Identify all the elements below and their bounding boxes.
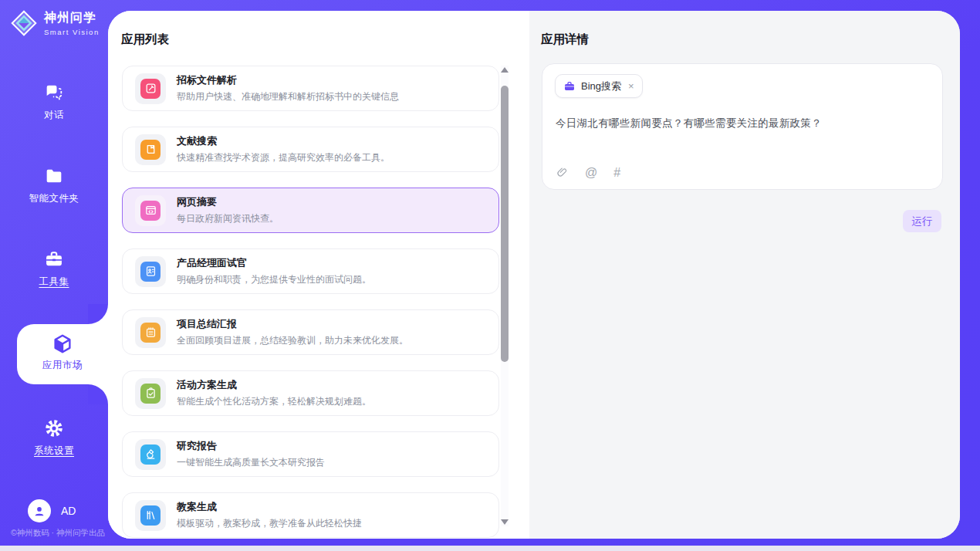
document-pen-icon [144,82,157,95]
app-description: 帮助用户快速、准确地理解和解析招标书中的关键信息 [177,90,399,103]
app-card-research-report[interactable]: 研究报告 一键智能生成高质量长文本研究报告 [122,431,499,477]
folder-icon [43,165,65,187]
sidebar-item-label: 系统设置 [0,445,108,458]
microscope-icon [144,448,157,461]
app-name: 产品经理面试官 [177,256,371,270]
tool-chip-label: Bing搜索 [581,79,621,93]
app-description: 明确身份和职责，为您提供专业性的面试问题。 [177,273,371,286]
app-card-literature-search[interactable]: 文献搜索 快速精准查找学术资源，提高研究效率的必备工具。 [122,127,499,172]
sidebar-item-smart-folders[interactable]: 智能文件夹 [0,165,108,205]
app-description: 每日政府新闻资讯快查。 [177,212,279,225]
sidebar-item-settings[interactable]: 系统设置 [0,417,108,458]
avatar [28,499,51,522]
app-list-title: 应用列表 [121,32,169,48]
brand-name: 神州问学 [44,10,100,26]
app-icon-tile [135,73,166,104]
input-toolbar: @ # [556,166,620,179]
briefcase-icon [563,80,576,93]
cube-icon [51,333,74,356]
sidebar: 神州问学 Smart Vision 对话 智能文件夹 工具集 [0,0,108,546]
app-description: 快速精准查找学术资源，提高研究效率的必备工具。 [177,151,390,164]
attachment-icon[interactable] [556,166,569,179]
diamond-logo-icon [10,9,38,37]
clipboard-check-icon [144,387,157,400]
app-description: 全面回顾项目进展，总结经验教训，助力未来优化发展。 [177,334,408,347]
resume-user-icon [144,265,157,278]
user-account[interactable]: AD [28,499,76,522]
tool-chip-bing-search[interactable]: Bing搜索 × [555,74,643,98]
copyright-text: ©神州数码 · 神州问学出品 [0,528,116,539]
tab-curve-bottom [88,384,108,404]
scrollbar-down-arrow[interactable] [501,519,509,525]
app-card-project-summary-report[interactable]: 项目总结汇报 全面回顾项目进展，总结经验教训，助力未来优化发展。 [122,309,499,355]
browser-code-icon [144,204,157,217]
main-content: 应用列表 招标文件解析 帮助用户快速、准确地理解和解析招标书中的关键信息 [108,11,960,539]
app-name: 教案生成 [177,500,362,514]
app-icon-tile [135,317,166,348]
scrollbar-up-arrow[interactable] [501,67,509,73]
chat-icon [43,82,65,103]
app-card-activity-plan-generator[interactable]: 活动方案生成 智能生成个性化活动方案，轻松解决规划难题。 [122,370,499,416]
app-card-list: 招标文件解析 帮助用户快速、准确地理解和解析招标书中的关键信息 文献搜索 快速精… [122,66,499,539]
sidebar-item-toolset[interactable]: 工具集 [0,248,108,289]
sidebar-item-app-market[interactable]: 应用市场 [17,324,108,384]
app-icon-tile [135,378,166,409]
brand-tagline: Smart Vision [44,28,100,36]
app-name: 招标文件解析 [177,73,399,87]
app-name: 网页摘要 [177,195,279,209]
query-text: 今日湖北有哪些新闻要点？有哪些需要关注的最新政策？ [556,117,822,130]
app-name: 活动方案生成 [177,378,371,392]
app-name: 项目总结汇报 [177,317,408,331]
books-icon [144,509,157,522]
sidebar-item-label: 工具集 [0,276,108,289]
app-card-bid-document-analysis[interactable]: 招标文件解析 帮助用户快速、准确地理解和解析招标书中的关键信息 [122,66,499,111]
chip-close-icon[interactable]: × [628,80,634,92]
sidebar-item-label: 应用市场 [17,359,108,372]
book-icon [144,143,157,156]
app-card-lesson-plan-generator[interactable]: 教案生成 模板驱动，教案秒成，教学准备从此轻松快捷 [122,492,499,538]
topic-icon[interactable]: # [613,167,620,179]
toolbox-icon [43,248,65,270]
app-icon-tile [135,439,166,470]
app-description: 模板驱动，教案秒成，教学准备从此轻松快捷 [177,517,362,530]
sidebar-item-label: 对话 [0,109,108,122]
scrollbar-thumb[interactable] [501,86,509,362]
app-detail-panel: 应用详情 Bing搜索 × 今日湖北有哪些新闻要点？有哪些需要关注的最新政策？ … [529,11,960,539]
app-icon-tile [135,500,166,531]
app-icon-tile [135,134,166,165]
user-name: AD [61,505,76,517]
run-button[interactable]: 运行 [903,210,941,232]
notepad-icon [144,326,157,339]
app-detail-title: 应用详情 [541,32,589,48]
mention-icon[interactable]: @ [585,167,597,179]
sidebar-item-chat[interactable]: 对话 [0,82,108,122]
person-icon [32,503,47,519]
tab-curve-top [88,304,108,324]
app-list-panel: 应用列表 招标文件解析 帮助用户快速、准确地理解和解析招标书中的关键信息 [108,11,529,539]
sidebar-item-label: 智能文件夹 [0,192,108,205]
app-description: 智能生成个性化活动方案，轻松解决规划难题。 [177,395,371,408]
app-card-web-summary-selected[interactable]: 网页摘要 每日政府新闻资讯快查。 [122,188,499,233]
prompt-input-card[interactable]: Bing搜索 × 今日湖北有哪些新闻要点？有哪些需要关注的最新政策？ @ # [542,63,943,190]
app-name: 研究报告 [177,439,325,453]
brand-logo: 神州问学 Smart Vision [10,9,100,37]
app-icon-tile [135,256,166,287]
gear-icon [43,417,65,439]
app-card-pm-interviewer[interactable]: 产品经理面试官 明确身份和职责，为您提供专业性的面试问题。 [122,248,499,294]
scrollbar[interactable] [501,66,509,526]
app-name: 文献搜索 [177,134,390,148]
app-description: 一键智能生成高质量长文本研究报告 [177,456,325,469]
app-icon-tile [135,195,166,226]
